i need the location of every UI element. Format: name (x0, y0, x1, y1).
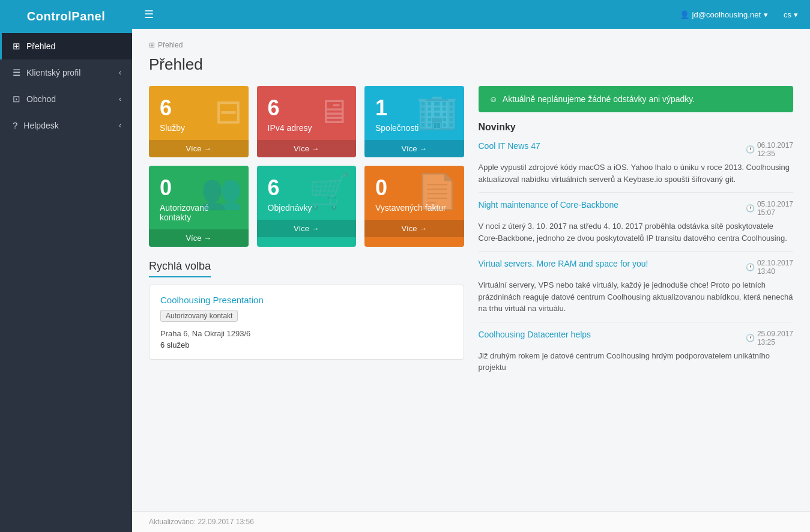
news-section-title: Novinky (479, 122, 794, 133)
sidebar-item-label: Obchod (26, 94, 56, 104)
sidebar-item-obchod[interactable]: ⊡ Obchod ‹ (0, 86, 132, 112)
app-title: ControlPanel (0, 0, 132, 33)
quick-card-services: 6 služeb (160, 340, 453, 349)
more-button[interactable]: Více → (364, 220, 464, 237)
news-item-body: Virtuální servery, VPS nebo také virtuál… (479, 279, 794, 315)
right-column: ☺ Aktuálně neplánujeme žádné odstávky an… (479, 86, 794, 381)
more-button[interactable]: Více → (149, 140, 249, 157)
menu-icon[interactable]: ☰ (144, 8, 154, 21)
alert-icon: ☺ (489, 94, 498, 104)
lang-menu[interactable]: cs ▾ (784, 10, 798, 19)
news-item: Virtual servers. More RAM and space for … (479, 252, 794, 322)
more-button[interactable]: Více → (149, 229, 249, 247)
home-icon: ⊞ (13, 41, 20, 52)
content-area: ⊞ Přehled Přehled ⊟ 6 Služby Více → (132, 29, 810, 511)
sidebar-item-label: Přehled (26, 41, 55, 51)
news-item-date: 🕐 06.10.201712:35 (746, 141, 793, 158)
sidebar: ControlPanel ⊞ Přehled ☰ Klientský profi… (0, 0, 132, 532)
profile-icon: ☰ (13, 67, 20, 78)
invoice-icon: 📄 (416, 172, 458, 211)
chevron-icon: ‹ (119, 121, 121, 130)
clock-icon: 🕐 (746, 263, 755, 271)
sidebar-item-helpdesk[interactable]: ? Helpdesk ‹ (0, 112, 132, 138)
news-section: Novinky Cool IT News 47 🕐 06.10.201712:3… (479, 122, 794, 381)
user-menu[interactable]: 👤 jd@coolhousing.net ▾ (680, 10, 768, 19)
main-area: ☰ 👤 jd@coolhousing.net ▾ cs ▾ ⊞ Přehled … (132, 0, 810, 532)
breadcrumb-home-icon: ⊞ (149, 41, 155, 49)
server-icon: ⊟ (214, 92, 243, 131)
stat-card-objednavky[interactable]: 🛒 6 Objednávky Více → (257, 166, 357, 247)
topbar: ☰ 👤 jd@coolhousing.net ▾ cs ▾ (132, 0, 810, 29)
alert-banner: ☺ Aktuálně neplánujeme žádné odstávky an… (479, 86, 794, 112)
news-item-date: 🕐 02.10.201713:40 (746, 259, 793, 276)
user-email: jd@coolhousing.net (692, 10, 761, 19)
sidebar-item-klientsky-profil[interactable]: ☰ Klientský profil ‹ (0, 59, 132, 86)
user-icon: 👤 (680, 10, 689, 19)
sidebar-item-label: Klientský profil (26, 68, 80, 77)
news-item-title[interactable]: Virtual servers. More RAM and space for … (479, 259, 648, 268)
chevron-icon: ‹ (119, 95, 121, 103)
stat-card-kontakty[interactable]: 👥 0 Autorizované kontakty Více → (149, 166, 249, 247)
news-item-title[interactable]: Coolhousing Datacenter helps (479, 330, 591, 339)
more-button[interactable]: Více → (364, 140, 464, 157)
sidebar-nav: ⊞ Přehled ☰ Klientský profil ‹ ⊡ Obchod … (0, 33, 132, 532)
news-list: Cool IT News 47 🕐 06.10.201712:35 Apple … (479, 134, 794, 381)
footer-text: Aktualizováno: 22.09.2017 13:56 (149, 518, 254, 526)
alert-text: Aktuálně neplánujeme žádné odstávky ani … (503, 94, 695, 104)
quick-card-address: Praha 6, Na Okraji 1293/6 (160, 329, 453, 338)
news-item: Night maintenance of Core-Backbone 🕐 05.… (479, 193, 794, 252)
stat-card-faktury[interactable]: 📄 0 Vystavených faktur Více → (364, 166, 464, 247)
monitor-icon: 🖥 (316, 92, 350, 131)
clock-icon: 🕐 (746, 334, 755, 342)
news-item-title[interactable]: Cool IT News 47 (479, 141, 540, 151)
contacts-icon: 👥 (201, 172, 243, 211)
sidebar-item-label: Helpdesk (23, 121, 58, 130)
news-item-title[interactable]: Night maintenance of Core-Backbone (479, 200, 618, 210)
breadcrumb-label: Přehled (158, 41, 183, 49)
news-item-body: Již druhým rokem je datové centrum Coolh… (479, 350, 794, 373)
sidebar-item-prehled[interactable]: ⊞ Přehled (0, 33, 132, 59)
building-icon: 🏢 (416, 92, 458, 131)
stat-card-ipv4[interactable]: 🖥 6 IPv4 adresy Více → (257, 86, 357, 157)
quick-card: Coolhousing Presentation Autorizovaný ko… (149, 285, 464, 360)
user-chevron-icon: ▾ (764, 10, 768, 19)
cart-icon: 🛒 (308, 172, 350, 211)
lang-chevron-icon: ▾ (794, 10, 798, 19)
stat-card-sluzby[interactable]: ⊟ 6 Služby Více → (149, 86, 249, 157)
stat-card-spolecnosti[interactable]: 🏢 1 Společnosti Více → (364, 86, 464, 157)
shop-icon: ⊡ (13, 94, 20, 104)
news-item-date: 🕐 05.10.201715:07 (746, 200, 793, 217)
news-item-body: V noci z úterý 3. 10. 2017 na středu 4. … (479, 220, 794, 244)
content-footer: Aktualizováno: 22.09.2017 13:56 (132, 511, 810, 532)
more-button[interactable]: Více → (257, 140, 357, 157)
quick-choice-title: Rychlá volba (149, 260, 211, 277)
more-button[interactable]: Více → (257, 220, 357, 237)
clock-icon: 🕐 (746, 204, 755, 213)
stats-grid: ⊟ 6 Služby Více → 🖥 6 IPv4 adresy Více → (149, 86, 464, 247)
news-item-date: 🕐 25.09.201713:25 (746, 330, 793, 346)
quick-card-company-name[interactable]: Coolhousing Presentation (160, 295, 453, 305)
news-item: Cool IT News 47 🕐 06.10.201712:35 Apple … (479, 134, 794, 193)
breadcrumb: ⊞ Přehled (149, 41, 793, 49)
chevron-icon: ‹ (119, 68, 121, 77)
quick-card-badge: Autorizovaný kontakt (160, 310, 238, 322)
news-item-body: Apple vypustil zdrojové kódy macOS a iOS… (479, 162, 794, 185)
lang-label: cs (784, 10, 791, 19)
clock-icon: 🕐 (746, 145, 755, 154)
quick-choice-section: Rychlá volba Coolhousing Presentation Au… (149, 260, 464, 360)
page-title: Přehled (149, 55, 793, 74)
news-item: Coolhousing Datacenter helps 🕐 25.09.201… (479, 322, 794, 381)
help-icon: ? (13, 120, 17, 130)
